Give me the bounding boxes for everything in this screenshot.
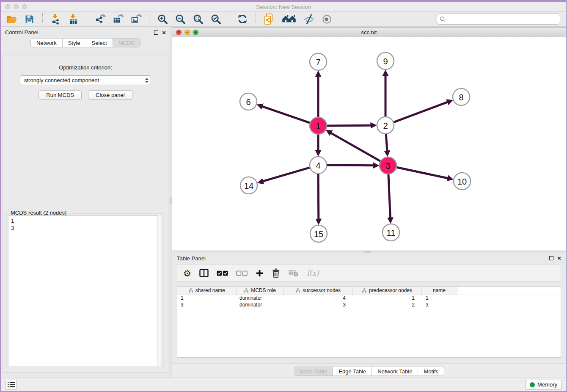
tab-edge-table[interactable]: Edge Table — [333, 367, 372, 376]
column-header-mcds-role[interactable]: MCDS role — [236, 287, 284, 295]
table-row[interactable]: 1dominator411 — [177, 295, 561, 301]
open-session-icon[interactable] — [5, 13, 18, 25]
graph-edge-2-8[interactable] — [394, 102, 448, 122]
home-icon[interactable] — [281, 13, 297, 25]
zoom-in-icon[interactable] — [156, 13, 169, 25]
import-table-icon[interactable] — [67, 13, 80, 25]
graph-edge-1-2[interactable] — [327, 125, 371, 126]
add-column-icon[interactable] — [256, 269, 264, 277]
table-row[interactable]: 3dominator323 — [177, 301, 561, 308]
graph-node-label: 7 — [316, 58, 320, 67]
network-minimize-button[interactable]: − — [184, 30, 190, 35]
graph-node-label: 6 — [246, 97, 250, 107]
table-toolbar: ⚙ f(x) — [177, 265, 561, 282]
table-panel-header: Table Panel × — [172, 253, 566, 264]
tab-node-table[interactable]: Node Table — [294, 367, 333, 376]
network-close-button[interactable]: × — [176, 30, 182, 35]
table-cell: dominator — [236, 301, 284, 308]
control-panel: Control Panel × Network Style Select MCD… — [1, 27, 170, 378]
graph-edge-3-10[interactable] — [397, 167, 448, 178]
graph-edge-1-6[interactable] — [262, 106, 310, 123]
network-canvas[interactable]: 7968124314101511 — [172, 37, 566, 251]
toolbar-separator — [149, 13, 149, 25]
node-table: shared name MCDS role successor nodes pr… — [177, 286, 561, 358]
toolbar-separator — [229, 13, 229, 25]
table-cell: 2 — [352, 301, 421, 308]
delete-table-icon[interactable] — [288, 269, 299, 277]
mcds-panel: Optimization criterion: strongly connect… — [3, 55, 168, 373]
mcds-result-text[interactable]: 1 3 — [8, 215, 161, 366]
function-builder-icon[interactable]: f(x) — [307, 269, 319, 277]
clone-network-icon[interactable] — [263, 13, 275, 25]
tab-select[interactable]: Select — [86, 38, 113, 47]
refresh-layout-icon[interactable] — [236, 13, 249, 25]
float-panel-icon[interactable] — [549, 256, 553, 260]
network-titlebar[interactable]: scc.txt × − + — [172, 28, 566, 37]
network-window: scc.txt × − + 7968124314101511 — [172, 28, 566, 251]
network-maximize-button[interactable]: + — [193, 30, 198, 35]
column-header-successor-nodes[interactable]: successor nodes — [284, 287, 352, 295]
graph-edge-3-11[interactable] — [388, 174, 391, 218]
titlebar: Session: New Session — [1, 2, 566, 12]
node-table-body: 1dominator4113dominator323 — [177, 295, 561, 308]
select-all-checkboxes-icon[interactable] — [217, 271, 228, 276]
tab-style[interactable]: Style — [62, 38, 86, 47]
column-header-predecessor-nodes[interactable]: predecessor nodes — [352, 287, 421, 295]
select-stepper-icon — [145, 78, 149, 83]
memory-button[interactable]: Memory — [525, 380, 562, 390]
tab-mcds[interactable]: MCDS — [113, 38, 140, 47]
zoom-fit-icon[interactable] — [192, 13, 204, 25]
graph-node-label: 9 — [383, 57, 388, 66]
float-panel-icon[interactable] — [154, 30, 158, 35]
memory-status-icon — [530, 382, 535, 387]
task-history-button[interactable] — [5, 380, 17, 390]
column-header-name[interactable]: name — [421, 287, 457, 295]
tab-motifs[interactable]: Motifs — [418, 367, 444, 376]
graph-edge-2-3[interactable] — [386, 134, 387, 151]
graph-edge-3-1[interactable] — [331, 133, 380, 161]
tab-network[interactable]: Network — [30, 38, 63, 47]
graph-edge-4-3[interactable] — [327, 165, 374, 166]
criterion-select[interactable]: strongly connected component — [20, 75, 151, 85]
control-panel-title: Control Panel — [5, 29, 39, 36]
table-cell-filler — [457, 295, 561, 301]
criterion-value: strongly connected component — [24, 77, 145, 83]
export-image-icon[interactable] — [129, 13, 142, 25]
toolbar-separator — [256, 13, 256, 25]
export-network-icon[interactable] — [94, 13, 107, 25]
graph-node-label: 11 — [387, 228, 396, 237]
search-input[interactable] — [448, 16, 557, 22]
run-mcds-button[interactable]: Run MCDS — [39, 90, 82, 100]
main-toolbar — [1, 12, 566, 27]
table-cell: 3 — [284, 301, 352, 308]
show-eye-icon[interactable] — [320, 13, 333, 25]
deselect-all-checkboxes-icon[interactable] — [236, 271, 248, 276]
export-table-icon[interactable] — [112, 13, 124, 25]
table-cell: 1 — [352, 295, 421, 301]
table-panel-title: Table Panel — [177, 255, 206, 262]
graph-node-label: 1 — [316, 121, 320, 131]
save-session-icon[interactable] — [23, 13, 36, 25]
search-box[interactable] — [437, 14, 560, 25]
table-cell-filler — [457, 301, 561, 308]
graph-edge-4-15[interactable] — [318, 174, 319, 219]
close-panel-icon[interactable]: × — [162, 30, 166, 35]
table-cell: 3 — [177, 301, 236, 308]
graph-node-label: 2 — [383, 121, 388, 130]
graph-node-label: 10 — [457, 177, 467, 186]
settings-gear-icon[interactable]: ⚙ — [183, 269, 191, 278]
delete-column-icon[interactable] — [272, 268, 280, 278]
column-sort-icon — [362, 288, 367, 293]
tab-network-table[interactable]: Network Table — [372, 367, 418, 376]
column-header-shared-name[interactable]: shared name — [177, 287, 236, 295]
close-panel-button[interactable]: Close panel — [88, 90, 132, 100]
mcds-result-title: MCDS result (2 nodes) — [9, 210, 68, 216]
column-layout-icon[interactable] — [199, 269, 209, 277]
zoom-selected-icon[interactable] — [209, 13, 222, 25]
graph-edge-4-14[interactable] — [263, 168, 310, 182]
hide-glasses-icon[interactable] — [303, 13, 315, 25]
result-scrollbar[interactable] — [157, 215, 161, 366]
import-network-icon[interactable] — [50, 13, 62, 25]
zoom-out-icon[interactable] — [174, 13, 187, 25]
close-panel-icon[interactable]: × — [557, 256, 561, 260]
